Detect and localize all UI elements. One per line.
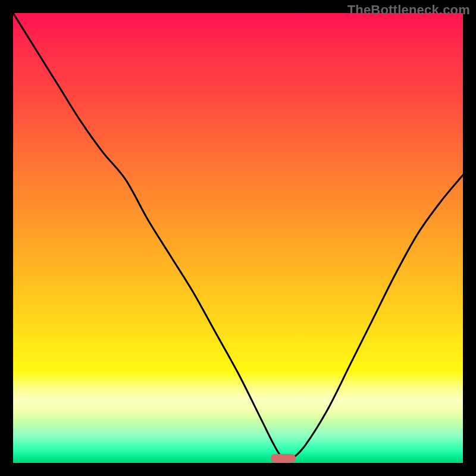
bottleneck-curve	[13, 13, 463, 463]
chart-frame: TheBottleneck.com	[0, 0, 476, 476]
watermark-text: TheBottleneck.com	[347, 2, 470, 18]
bottleneck-marker	[271, 454, 296, 462]
plot-area	[13, 13, 463, 463]
